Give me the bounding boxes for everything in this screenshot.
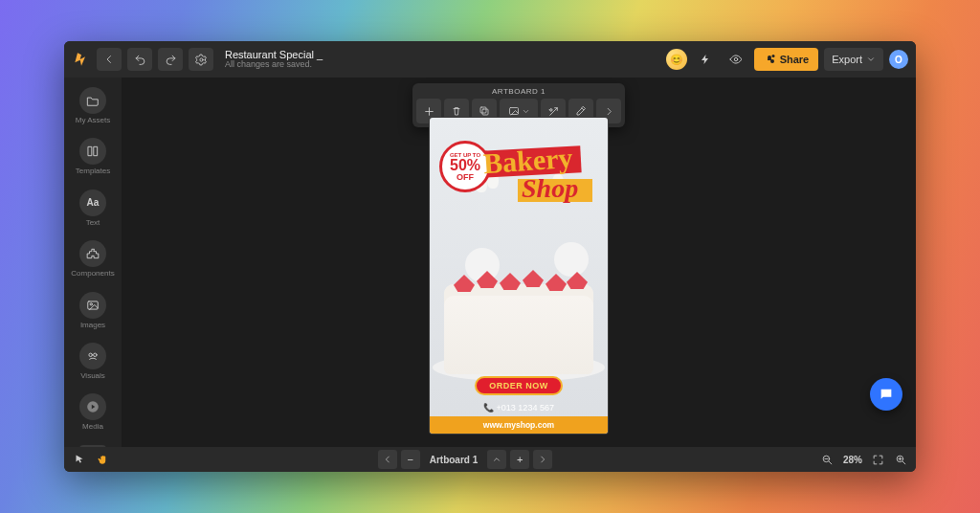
svg-rect-3 — [94, 147, 98, 156]
save-status: All changes are saved. — [225, 60, 323, 70]
cake — [444, 284, 593, 374]
headline-shop: Shop — [522, 173, 578, 204]
preview-button[interactable] — [724, 48, 748, 71]
artboard-toolbar-label: ARTBOARD 1 — [492, 87, 546, 96]
app-window: Restaurant Special _ All changes are sav… — [64, 41, 916, 472]
order-now-button: ORDER NOW — [475, 376, 563, 395]
svg-point-6 — [89, 353, 93, 357]
zoom-in-button[interactable] — [893, 452, 908, 467]
svg-point-7 — [94, 353, 98, 357]
sidebar-item-my-assets[interactable]: My Assets — [69, 87, 117, 124]
back-button[interactable] — [97, 48, 122, 71]
pointer-tool[interactable] — [72, 452, 87, 467]
sidebar-item-images[interactable]: Images — [69, 292, 117, 329]
artboard-1[interactable]: GET UP TO 50% OFF Bakery Shop ORDER NOW — [430, 118, 608, 434]
image-icon — [79, 292, 106, 319]
next-artboard-button[interactable] — [533, 450, 552, 469]
undo-button[interactable] — [127, 48, 152, 71]
svg-rect-11 — [480, 107, 486, 113]
svg-rect-2 — [88, 147, 92, 156]
puzzle-icon — [79, 240, 106, 267]
sidebar-item-templates[interactable]: Templates — [69, 138, 117, 175]
sidebar-item-text[interactable]: Aa Text — [69, 190, 117, 227]
redo-button[interactable] — [158, 48, 183, 71]
export-label: Export — [832, 54, 862, 65]
share-button[interactable]: Share — [754, 48, 819, 71]
sidebar-item-media[interactable]: Media — [69, 393, 117, 431]
help-chat-button[interactable] — [870, 378, 902, 411]
svg-point-1 — [734, 57, 738, 61]
website-strip: www.myshop.com — [430, 416, 608, 434]
bottom-bar: − Artboard 1 + 28% — [64, 447, 916, 472]
canvas-area[interactable]: ARTBOARD 1 — [122, 78, 916, 447]
share-label: Share — [780, 54, 810, 65]
fit-screen-button[interactable] — [870, 452, 885, 467]
app-logo[interactable] — [72, 50, 91, 69]
templates-icon — [79, 138, 106, 165]
visuals-icon — [79, 343, 106, 369]
settings-button[interactable] — [189, 48, 213, 71]
svg-point-0 — [199, 57, 202, 60]
remove-artboard-button[interactable]: − — [401, 450, 420, 469]
move-up-button[interactable] — [487, 450, 506, 469]
top-bar: Restaurant Special _ All changes are sav… — [64, 41, 916, 78]
hand-tool[interactable] — [95, 452, 110, 467]
sidebar-item-components[interactable]: Components — [69, 240, 117, 278]
svg-rect-4 — [88, 301, 99, 308]
user-avatar[interactable]: O — [889, 50, 908, 69]
export-button[interactable]: Export — [824, 48, 883, 71]
current-artboard-label: Artboard 1 — [424, 455, 484, 465]
sidebar-item-visuals[interactable]: Visuals — [69, 343, 117, 380]
phone-number: 📞 +013 1234 567 — [430, 403, 608, 413]
add-artboard-button[interactable]: + — [510, 450, 529, 469]
artboard-pager: − Artboard 1 + — [110, 450, 820, 469]
left-sidebar: My Assets Templates Aa Text Components — [64, 78, 122, 447]
bolt-icon[interactable] — [693, 48, 718, 71]
play-icon — [79, 393, 106, 420]
text-icon: Aa — [79, 190, 106, 216]
svg-rect-12 — [509, 108, 518, 115]
folder-icon — [79, 87, 106, 114]
zoom-out-button[interactable] — [820, 452, 835, 467]
prev-artboard-button[interactable] — [378, 450, 397, 469]
svg-rect-10 — [482, 109, 488, 115]
zoom-percentage[interactable]: 28% — [843, 455, 862, 465]
svg-point-5 — [90, 302, 92, 304]
document-title-block: Restaurant Special _ All changes are sav… — [225, 49, 323, 70]
emoji-feedback-icon[interactable]: 😊 — [666, 49, 687, 70]
